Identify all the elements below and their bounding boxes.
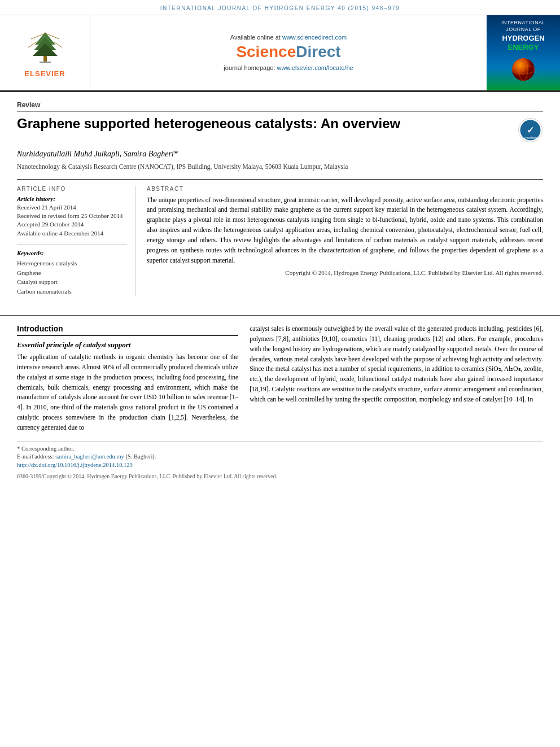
article-title: Graphene supported heterogeneous catalys… bbox=[17, 115, 509, 132]
intro-left-column: Introduction Essential principle of cata… bbox=[17, 324, 238, 433]
elsevier-logo-block: ELSEVIER bbox=[0, 15, 90, 90]
intro-left-body: The application of catalytic methods in … bbox=[17, 352, 238, 433]
svg-rect-0 bbox=[40, 62, 51, 63]
svg-point-9 bbox=[512, 58, 535, 81]
keyword-1: Heterogeneous catalysis bbox=[17, 259, 127, 268]
center-header: Available online at www.sciencedirect.co… bbox=[90, 15, 487, 90]
journal-homepage: journal homepage: www.elsevier.com/locat… bbox=[224, 64, 353, 71]
svg-text:✓: ✓ bbox=[527, 125, 534, 135]
review-label: Review bbox=[17, 101, 543, 112]
available-date: Available online 4 December 2014 bbox=[17, 229, 127, 238]
journal-title: INTERNATIONAL JOURNAL OF HYDROGEN ENERGY… bbox=[160, 5, 400, 11]
abstract-text: The unique properties of two-dimensional… bbox=[147, 195, 543, 266]
sciencedirect-logo: ScienceDirect bbox=[236, 43, 340, 61]
journal-header-bar: INTERNATIONAL JOURNAL OF HYDROGEN ENERGY… bbox=[0, 0, 560, 15]
affiliation: Nanotechnology & Catalysis Research Cent… bbox=[17, 162, 543, 171]
article-info: ARTICLE INFO Article history: Received 2… bbox=[17, 186, 135, 296]
keyword-2: Graphene bbox=[17, 268, 127, 278]
article-title-row: Graphene supported heterogeneous catalys… bbox=[17, 115, 543, 143]
doi-url-link[interactable]: http://dx.doi.org/10.1016/j.ijhydene.201… bbox=[17, 462, 133, 468]
subsection-heading: Essential principle of catalyst support bbox=[17, 340, 238, 350]
corresponding-author-note: * Corresponding author. bbox=[17, 445, 543, 453]
authors: Nurhidayatullaili Muhd Julkapli, Samira … bbox=[17, 150, 543, 159]
svg-text:CrossMark: CrossMark bbox=[523, 136, 537, 139]
revised-date: Received in revised form 25 October 2014 bbox=[17, 212, 127, 220]
journal-cover-sphere-icon bbox=[509, 55, 537, 84]
sciencedirect-link[interactable]: www.sciencedirect.com bbox=[282, 34, 347, 41]
footer-section: * Corresponding author. E-mail address: … bbox=[17, 441, 543, 479]
author-email-link[interactable]: samira_bagheri@um.edu.my bbox=[55, 453, 124, 460]
intro-right-column: catalyst sales is enormously outweighed … bbox=[250, 324, 543, 433]
article-info-heading: ARTICLE INFO bbox=[17, 186, 127, 192]
keywords-section: Keywords: Heterogeneous catalysis Graphe… bbox=[17, 244, 127, 296]
email-footnote: E-mail address: samira_bagheri@um.edu.my… bbox=[17, 453, 543, 461]
received-date: Received 21 April 2014 bbox=[17, 203, 127, 212]
abstract-copyright: Copyright © 2014, Hydrogen Energy Public… bbox=[147, 269, 543, 277]
keyword-4: Carbon nanomaterials bbox=[17, 287, 127, 296]
introduction-section: Introduction Essential principle of cata… bbox=[0, 324, 560, 433]
accepted-date: Accepted 29 October 2014 bbox=[17, 220, 127, 229]
main-content: Review Graphene supported heterogeneous … bbox=[0, 92, 560, 310]
article-body: ARTICLE INFO Article history: Received 2… bbox=[17, 179, 543, 296]
journal-homepage-link[interactable]: www.elsevier.com/locate/he bbox=[277, 64, 353, 71]
abstract-section: ABSTRACT The unique properties of two-di… bbox=[147, 186, 543, 296]
introduction-heading: Introduction bbox=[17, 324, 238, 336]
crossmark-logo-icon: ✓ CrossMark bbox=[518, 117, 543, 143]
keywords-label: Keywords: bbox=[17, 250, 127, 256]
journal-cover-line2: HYDROGEN ENERGY bbox=[502, 34, 544, 51]
abstract-heading: ABSTRACT bbox=[147, 186, 543, 192]
elsevier-brand-text: ELSEVIER bbox=[23, 69, 68, 78]
keyword-3: Catalyst support bbox=[17, 277, 127, 287]
journal-cover-line1: International Journal of bbox=[491, 20, 555, 33]
section-divider bbox=[0, 315, 560, 316]
header-section: ELSEVIER Available online at www.science… bbox=[0, 15, 560, 92]
elsevier-logo: ELSEVIER bbox=[23, 28, 68, 78]
copyright-footer: 0360-3199/Copyright © 2014, Hydrogen Ene… bbox=[17, 473, 543, 479]
intro-right-body: catalyst sales is enormously outweighed … bbox=[250, 324, 543, 405]
available-online-text: Available online at www.sciencedirect.co… bbox=[230, 34, 347, 41]
doi-link: http://dx.doi.org/10.1016/j.ijhydene.201… bbox=[17, 461, 543, 470]
history-label: Article history: bbox=[17, 195, 127, 202]
elsevier-tree-icon bbox=[23, 28, 68, 67]
journal-cover-block: International Journal of HYDROGEN ENERGY bbox=[487, 15, 560, 90]
